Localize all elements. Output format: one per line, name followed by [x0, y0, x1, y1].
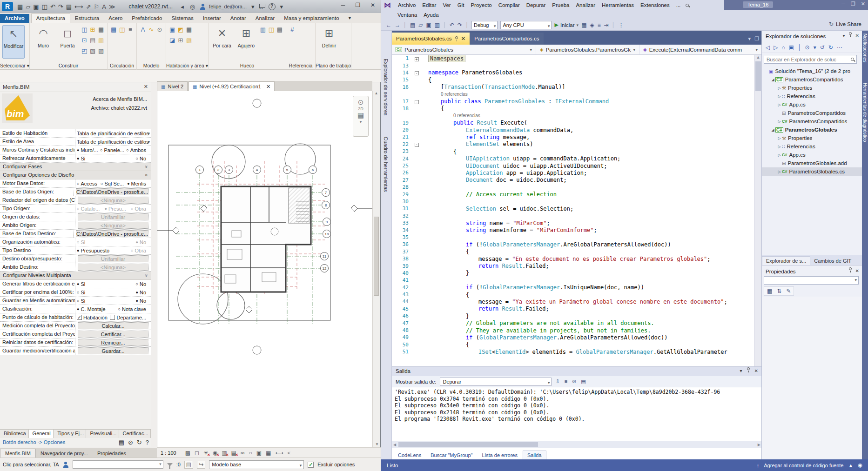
properties-toolbar-icon[interactable]: ▦: [767, 288, 772, 294]
toolbar-icon[interactable]: ≡: [598, 22, 601, 28]
source-control-button[interactable]: Agregar al control de código fuente: [764, 463, 843, 468]
menu-herramientas[interactable]: Herramientas: [599, 2, 637, 8]
maximize-button[interactable]: ❐: [353, 2, 363, 8]
definir-button[interactable]: ⊞Definir: [318, 25, 340, 59]
toolbar-icon[interactable]: ▣: [426, 22, 431, 28]
view-control-icon[interactable]: ▣: [256, 450, 262, 456]
menu-ventana[interactable]: Ventana: [394, 12, 420, 18]
editor-vertical-scrollbar[interactable]: ▲▼: [754, 55, 762, 380]
collapsed-arrow-icon[interactable]: ▷: [777, 170, 782, 174]
tree-item[interactable]: ⊞ParametrosCompartidos: [762, 109, 862, 117]
explorer-toolbar-icon[interactable]: ↻: [828, 44, 833, 51]
ribbon-small-icon[interactable]: ◫: [81, 26, 88, 36]
property-dropdown[interactable]: Tabla de planificación de estilos: [77, 130, 149, 137]
output-toolbar-icon[interactable]: ⇩: [555, 378, 559, 385]
view-control-icon[interactable]: ∞: [241, 450, 245, 456]
radio-option[interactable]: ○Obra: [131, 248, 146, 253]
revit-logo[interactable]: R: [2, 2, 13, 11]
qat-icon[interactable]: ≫: [109, 3, 115, 10]
ribbon-small-icon[interactable]: ▧: [89, 47, 96, 58]
ribbon-small-icon[interactable]: ▤: [89, 37, 96, 47]
menu-editar[interactable]: Editar: [419, 2, 439, 8]
close-icon[interactable]: ✕: [266, 84, 270, 90]
radio-option[interactable]: ●C. Montaje: [77, 306, 106, 312]
radio-option[interactable]: ○No: [136, 156, 147, 161]
document-tab[interactable]: ParametrosCompartidos.cs: [470, 33, 543, 45]
panel-tab-propiedades[interactable]: Propiedades: [93, 449, 131, 458]
menfis-tab-certificac[interactable]: Certificac...: [119, 430, 151, 438]
radio-option[interactable]: ○Sql Se...: [101, 181, 124, 186]
menu-compilar[interactable]: Compilar: [495, 2, 523, 8]
navbar-segment[interactable]: ◆Execute(ExternalCommandData comm▾: [639, 45, 762, 54]
menu-ver[interactable]: Ver: [439, 2, 454, 8]
qat-icon[interactable]: ⟷: [74, 3, 83, 10]
dock-tab[interactable]: Explorador de s...: [762, 256, 810, 265]
collapsed-region[interactable]: Namespaces: [428, 55, 465, 62]
tree-item[interactable]: ▷∷Referencias: [762, 142, 862, 151]
ribbon-tab-sistemas[interactable]: Sistemas: [167, 14, 198, 23]
property-button[interactable]: C:\Datos\OneDrive - prosoft.e...: [76, 188, 148, 195]
ribbon-small-icon[interactable]: A: [139, 26, 147, 36]
collapsed-arrow-icon[interactable]: ▷: [777, 136, 782, 140]
notification-bell-icon[interactable]: ◉: [858, 462, 862, 468]
tree-item[interactable]: ◢C#ParametrosGlobales: [762, 126, 862, 134]
ribbon-small-icon[interactable]: #: [289, 26, 296, 36]
radio-option[interactable]: ○Si: [77, 298, 85, 304]
float-icon[interactable]: ❐: [754, 36, 759, 42]
close-button[interactable]: ✕: [368, 2, 378, 8]
radio-option[interactable]: ●No: [136, 290, 147, 295]
collapse-icon[interactable]: -: [415, 71, 419, 75]
ribbon-small-icon[interactable]: ⊡: [81, 37, 88, 47]
dock-tab[interactable]: Cambios de GIT: [810, 257, 855, 265]
qat-icon[interactable]: A: [102, 3, 106, 10]
collapsed-arrow-icon[interactable]: ▷: [777, 145, 782, 149]
toolbar-icon[interactable]: ↷: [458, 22, 462, 28]
qat-icon[interactable]: ▱: [26, 3, 30, 10]
collapse-icon[interactable]: -: [415, 100, 419, 104]
explorer-toolbar-icon[interactable]: ⌂: [781, 44, 785, 51]
panel-tab-navegadordeproy[interactable]: Navegador de proy...: [36, 449, 93, 458]
tab-overflow-icon[interactable]: ▾: [344, 13, 356, 23]
collapse-arrow[interactable]: <: [288, 450, 290, 456]
ribbon-small-icon[interactable]: ◩: [177, 26, 184, 36]
qat-icon[interactable]: ⚐: [94, 3, 100, 10]
search-icon[interactable]: [686, 4, 689, 7]
ribbon-tab-archivo[interactable]: Archivo: [0, 14, 29, 23]
ribbon-small-icon[interactable]: ∿: [148, 26, 155, 36]
toolbar-icon[interactable]: ▤: [410, 22, 415, 28]
ribbon-small-icon[interactable]: ⊙: [156, 26, 163, 36]
qat-icon[interactable]: ▤: [66, 3, 72, 10]
ribbon-small-icon[interactable]: ▤: [110, 26, 117, 36]
qat-icon[interactable]: ▦: [17, 3, 23, 10]
cancel-icon[interactable]: ⊘: [128, 439, 133, 446]
menu-ayuda[interactable]: Ayuda: [420, 12, 442, 18]
qat-icon[interactable]: ◫: [42, 3, 47, 10]
properties-object-combo[interactable]: [764, 276, 859, 285]
ribbon-small-icon[interactable]: ▤: [276, 26, 283, 36]
tool-tab-codelens[interactable]: CodeLens: [394, 451, 425, 459]
menu-analizar[interactable]: Analizar: [572, 2, 599, 8]
tree-item[interactable]: ▷C#ParametrosCompartidos: [762, 117, 862, 126]
puerta-button[interactable]: ◻Puerta: [56, 25, 79, 59]
ribbon-tab-insertar[interactable]: Insertar: [198, 14, 226, 23]
explorer-toolbar-icon[interactable]: ↺: [820, 44, 825, 51]
explorer-toolbar-icon[interactable]: ▣: [789, 44, 794, 51]
ribbon-tab-estructura[interactable]: Estructura: [70, 14, 104, 23]
drawing-canvas[interactable]: 123456 789101112 ⊙ 2D ▦ ▾: [157, 91, 372, 447]
explorer-toolbar-icon[interactable]: ▾: [814, 44, 816, 51]
qat-icon[interactable]: ▣: [33, 3, 39, 10]
radio-option[interactable]: ○Si: [77, 290, 85, 295]
por-cara-button[interactable]: ✕Por cara: [211, 25, 233, 59]
property-button[interactable]: Reiniciar...: [78, 339, 148, 346]
toolbar-icon[interactable]: ◈: [590, 22, 594, 28]
panel-tab-menfisbim[interactable]: Menfis.BIM: [0, 449, 36, 458]
menu-extensiones[interactable]: Extensiones: [637, 2, 673, 8]
ribbon-small-icon[interactable]: ◫: [268, 26, 275, 36]
navigation-wheel[interactable]: ⊙ 2D ▦ ▾: [353, 96, 369, 137]
explorer-toolbar-icon[interactable]: ⊙: [805, 44, 810, 51]
toolbar-icon[interactable]: ▥: [435, 22, 440, 28]
options-hint-link[interactable]: Botón derecho -> Opciones: [3, 439, 65, 445]
menfis-tab-previsuali[interactable]: Previsuali...: [86, 430, 119, 438]
view-control-icon[interactable]: ▦: [266, 450, 271, 456]
property-button[interactable]: C:\Datos\OneDrive - prosoft.e...: [76, 230, 148, 237]
